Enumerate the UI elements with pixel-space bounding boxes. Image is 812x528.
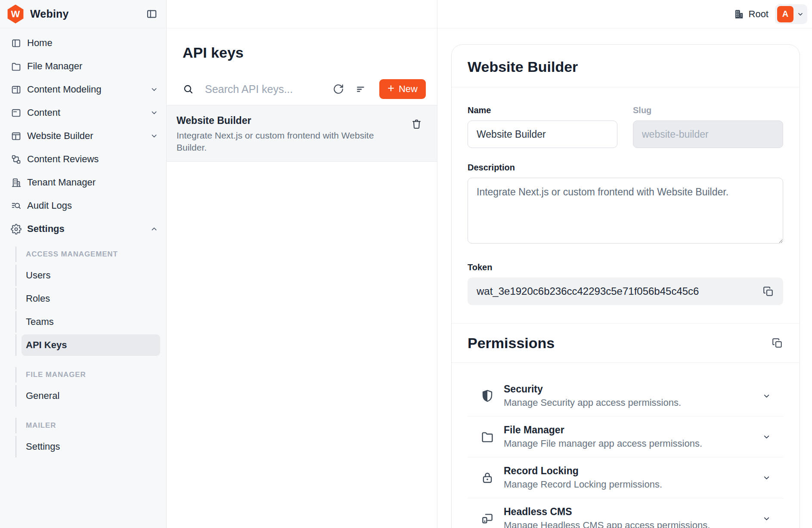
- submenu-row: Teams: [15, 311, 160, 333]
- permission-row-file-manager[interactable]: File Manager Manage File manager app acc…: [468, 417, 783, 457]
- tenant-label: Root: [749, 9, 769, 20]
- permission-description: Manage File manager app access permissio…: [504, 438, 702, 450]
- folder-icon: [11, 61, 22, 72]
- token-field-group: Token wat_3e1920c6b236cc42293c5e71f056b4…: [468, 262, 783, 305]
- api-key-detail-card: Website Builder Name Slug Description In…: [451, 44, 800, 528]
- sidebar-item-roles[interactable]: Roles: [22, 288, 160, 309]
- settings-submenu: ACCESS MANAGEMENT Users Roles Teams API …: [0, 247, 166, 457]
- content-modeling-icon: [11, 84, 22, 95]
- permission-texts: Record Locking Manage Record Locking per…: [504, 465, 662, 491]
- sidebar-item-users[interactable]: Users: [22, 265, 160, 286]
- detail-title: Website Builder: [468, 58, 783, 76]
- sidebar-item-api-keys[interactable]: API Keys: [22, 334, 160, 356]
- permissions-header: Permissions: [452, 323, 800, 363]
- refresh-icon: [333, 83, 344, 95]
- audit-logs-icon: [11, 201, 22, 211]
- permission-title: Security: [504, 383, 681, 395]
- sidebar-item-label: Content Reviews: [27, 154, 99, 165]
- copy-token-button[interactable]: [762, 286, 774, 297]
- list-item-title: Website Builder: [177, 114, 398, 127]
- sidebar-item-content[interactable]: Content: [0, 101, 166, 124]
- sidebar-item-general[interactable]: General: [22, 385, 160, 407]
- search-row: + New: [183, 79, 426, 99]
- page-title: API keys: [183, 43, 437, 62]
- chevron-down-icon: [762, 514, 771, 523]
- permission-row-headless-cms[interactable]: Headless CMS Manage Headless CMS app acc…: [468, 498, 783, 528]
- permission-title: Headless CMS: [504, 506, 710, 518]
- topbar: Root A: [437, 0, 812, 28]
- content-reviews-icon: [11, 154, 22, 165]
- submenu-heading-file-manager: FILE MANAGER: [15, 367, 160, 383]
- submenu-row: Settings: [15, 436, 160, 457]
- name-input[interactable]: [468, 120, 617, 148]
- permission-title: File Manager: [504, 424, 702, 436]
- slug-label: Slug: [633, 105, 783, 115]
- permission-title: Record Locking: [504, 465, 662, 477]
- avatar: A: [777, 6, 793, 22]
- permission-row-security[interactable]: Security Manage Security app access perm…: [468, 376, 783, 417]
- sidebar-item-label: Tenant Manager: [27, 177, 96, 188]
- chevron-down-icon: [762, 473, 771, 482]
- delete-api-key-button[interactable]: [411, 118, 422, 130]
- folder-icon: [480, 430, 494, 444]
- sidebar-item-label: Content: [27, 107, 60, 118]
- chevron-down-icon: [762, 432, 771, 442]
- chevron-down-icon: [150, 132, 158, 140]
- list-item-description: Integrate Next.js or custom frontend wit…: [177, 130, 398, 154]
- sidebar-header: W Webiny: [0, 0, 166, 28]
- sidebar-item-label: Settings: [27, 223, 65, 235]
- description-textarea[interactable]: Integrate Next.js or custom frontend wit…: [468, 178, 783, 244]
- sidebar-item-label: Audit Logs: [27, 200, 72, 211]
- sidebar-item-tenant-manager[interactable]: Tenant Manager: [0, 171, 166, 194]
- api-keys-list-panel: API keys + New Website Builder Integrate…: [167, 0, 437, 528]
- token-box: wat_3e1920c6b236cc42293c5e71f056b45c45c6: [468, 278, 783, 305]
- description-field-group: Description Integrate Next.js or custom …: [468, 163, 783, 245]
- brand-name: Webiny: [30, 8, 69, 20]
- submenu-heading-access-management: ACCESS MANAGEMENT: [15, 247, 160, 262]
- permissions-title: Permissions: [468, 334, 555, 352]
- refresh-button[interactable]: [332, 83, 345, 96]
- api-key-list-item[interactable]: Website Builder Integrate Next.js or cus…: [167, 105, 437, 162]
- name-field-group: Name: [468, 105, 617, 148]
- gear-icon: [11, 224, 22, 235]
- submenu-heading-mailer: MAILER: [15, 418, 160, 433]
- sidebar-collapse-button[interactable]: [146, 8, 158, 20]
- permission-texts: File Manager Manage File manager app acc…: [504, 424, 702, 450]
- new-api-key-button[interactable]: + New: [379, 79, 426, 99]
- sidebar-item-file-manager[interactable]: File Manager: [0, 55, 166, 78]
- sidebar-item-settings[interactable]: Settings: [0, 217, 166, 241]
- list-panel-topstrip: [167, 0, 437, 28]
- trash-icon: [411, 118, 422, 130]
- chevron-up-icon: [150, 225, 158, 233]
- account-menu[interactable]: A: [775, 4, 807, 24]
- tenant-selector[interactable]: Root: [733, 9, 769, 20]
- sidebar-item-content-reviews[interactable]: Content Reviews: [0, 148, 166, 171]
- copy-icon: [762, 286, 774, 297]
- copy-permissions-button[interactable]: [772, 337, 783, 349]
- detail-form: Name Slug Description Integrate Next.js …: [452, 87, 800, 305]
- sidebar-item-teams[interactable]: Teams: [22, 311, 160, 333]
- sort-button[interactable]: [355, 83, 367, 95]
- home-icon: [11, 38, 22, 49]
- sidebar-item-home[interactable]: Home: [0, 31, 166, 55]
- new-button-label: New: [399, 83, 418, 95]
- chevron-down-icon: [150, 108, 158, 117]
- sidebar-item-label: Home: [27, 37, 53, 49]
- sidebar-item-mailer-settings[interactable]: Settings: [22, 436, 160, 457]
- description-label: Description: [468, 163, 783, 173]
- chevron-down-icon: [797, 10, 804, 18]
- plus-icon: +: [387, 83, 394, 94]
- sidebar-item-website-builder[interactable]: Website Builder: [0, 124, 166, 148]
- search-input[interactable]: [205, 83, 332, 96]
- building-icon: [11, 177, 22, 188]
- webiny-logo-letter: W: [11, 9, 20, 20]
- chevron-down-icon: [150, 85, 158, 94]
- permission-row-record-locking[interactable]: Record Locking Manage Record Locking per…: [468, 457, 783, 498]
- name-slug-row: Name Slug: [468, 105, 783, 148]
- panel-toggle-icon: [146, 8, 158, 20]
- submenu-row: API Keys: [15, 334, 160, 356]
- sidebar-item-content-modeling[interactable]: Content Modeling: [0, 78, 166, 101]
- token-value: wat_3e1920c6b236cc42293c5e71f056b45c45c6: [477, 285, 762, 297]
- building-icon: [733, 9, 744, 20]
- sidebar-item-audit-logs[interactable]: Audit Logs: [0, 194, 166, 217]
